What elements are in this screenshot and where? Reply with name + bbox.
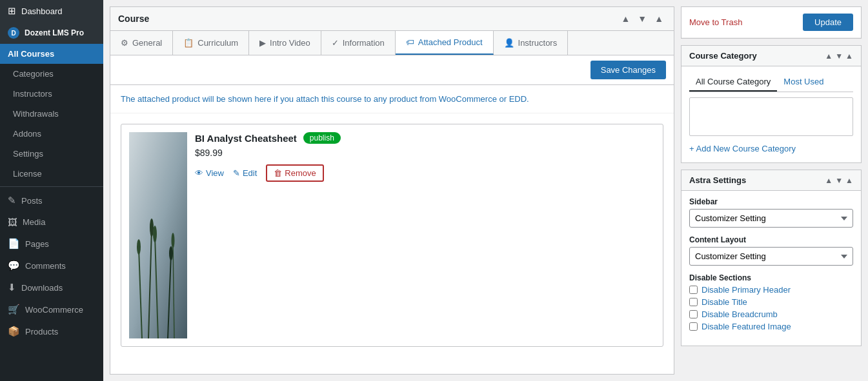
content-layout-select[interactable]: Customizer Setting: [689, 247, 853, 266]
cat-tab-all[interactable]: All Course Category: [689, 73, 777, 92]
tab-instructors[interactable]: 👤 Instructors: [494, 31, 569, 55]
addons-label: Addons: [8, 129, 41, 139]
sidebar-item-withdrawals[interactable]: Withdrawals: [0, 104, 103, 124]
products-icon: 📦: [8, 326, 20, 337]
disable-featured-image-label[interactable]: Disable Featured Image: [701, 322, 791, 331]
course-category-expand[interactable]: ▲: [845, 52, 853, 61]
sidebar-item-all-courses[interactable]: All Courses: [0, 44, 103, 64]
sidebar-item-settings[interactable]: Settings: [0, 144, 103, 164]
publish-widget: Move to Trash Update: [681, 6, 862, 39]
product-actions: 👁 View ✎ Edit 🗑 Remove: [195, 164, 655, 182]
dashboard-icon: ⊞: [8, 5, 16, 17]
edit-product-link[interactable]: ✎ Edit: [233, 168, 257, 178]
instructors-tab-icon: 👤: [504, 38, 514, 48]
disable-title-checkbox[interactable]: [689, 298, 698, 306]
sidebar: ⊞ Dashboard D Dozent LMS Pro All Courses…: [0, 0, 103, 381]
trash-icon: 🗑: [274, 168, 282, 178]
curriculum-tab-icon: 📋: [183, 38, 194, 48]
disable-title-label[interactable]: Disable Title: [701, 297, 747, 307]
product-image-svg: [129, 132, 187, 338]
remove-product-button[interactable]: 🗑 Remove: [266, 164, 323, 182]
save-changes-button[interactable]: Save Changes: [590, 61, 666, 79]
general-tab-icon: ⚙: [121, 38, 128, 48]
course-category-title: Course Category: [689, 51, 757, 61]
general-tab-label: General: [132, 38, 162, 48]
category-tabs: All Course Category Most Used: [689, 73, 853, 92]
sidebar-item-license[interactable]: License: [0, 164, 103, 184]
disable-featured-image-checkbox[interactable]: [689, 322, 698, 331]
move-to-trash-link[interactable]: Move to Trash: [689, 17, 742, 27]
astra-expand[interactable]: ▲: [845, 176, 853, 185]
content-layout-label: Content Layout: [689, 235, 853, 244]
astra-collapse-up[interactable]: ▲: [825, 176, 833, 185]
category-list: [689, 97, 853, 136]
sidebar-item-categories[interactable]: Categories: [0, 64, 103, 84]
course-panel: Course ▲ ▼ ▲ ⚙ General 📋 Curriculum: [110, 6, 674, 375]
sidebar-brand-label: Dozent LMS Pro: [25, 28, 84, 37]
svg-point-8: [153, 226, 157, 242]
sidebar-item-dashboard[interactable]: ⊞ Dashboard: [0, 0, 103, 22]
media-label: Media: [23, 217, 45, 227]
sidebar-item-posts[interactable]: ✎ Posts: [0, 190, 103, 211]
panel-collapse-down-btn[interactable]: ▼: [635, 12, 649, 25]
sidebar-select[interactable]: Customizer Setting: [689, 209, 853, 228]
course-category-collapse-up[interactable]: ▲: [825, 52, 833, 61]
downloads-icon: ⬇: [8, 282, 16, 293]
tab-attached-product[interactable]: 🏷 Attached Product: [396, 31, 494, 55]
course-category-body: All Course Category Most Used + Add New …: [681, 66, 861, 162]
posts-icon: ✎: [8, 195, 16, 206]
svg-rect-0: [129, 132, 187, 338]
astra-settings-body: Sidebar Customizer Setting Content Layou…: [681, 191, 861, 346]
pages-label: Pages: [25, 239, 49, 249]
publish-actions: Move to Trash Update: [681, 7, 861, 38]
course-panel-title: Course: [118, 14, 149, 24]
content-layout-form-row: Content Layout Customizer Setting: [689, 235, 853, 266]
cat-tab-most-used[interactable]: Most Used: [777, 73, 830, 92]
settings-label: Settings: [8, 149, 43, 159]
sidebar-item-media[interactable]: 🖼 Media: [0, 211, 103, 233]
view-product-link[interactable]: 👁 View: [195, 168, 224, 178]
add-new-category-link[interactable]: + Add New Course Category: [689, 141, 853, 156]
sidebar-brand[interactable]: D Dozent LMS Pro: [0, 22, 103, 44]
sidebar-item-comments[interactable]: 💬 Comments: [0, 255, 103, 277]
disable-primary-header-checkbox[interactable]: [689, 286, 698, 294]
disable-breadcrumb-label[interactable]: Disable Breadcrumb: [701, 309, 778, 319]
curriculum-tab-label: Curriculum: [197, 38, 238, 48]
sidebar-form-row: Sidebar Customizer Setting: [689, 197, 853, 228]
product-name-row: BI Analyst Cheatsheet publish: [195, 132, 655, 144]
intro-video-tab-label: Intro Video: [270, 38, 310, 48]
sidebar-item-instructors[interactable]: Instructors: [0, 84, 103, 104]
tab-information[interactable]: ✓ Information: [321, 31, 396, 55]
pages-icon: 📄: [8, 238, 20, 249]
sidebar-item-downloads[interactable]: ⬇ Downloads: [0, 277, 103, 298]
course-category-header: Course Category ▲ ▼ ▲: [681, 46, 861, 66]
sidebar-item-woocommerce[interactable]: 🛒 WooCommerce: [0, 298, 103, 320]
course-body: Save Changes The attached product will b…: [110, 55, 674, 374]
tab-intro-video[interactable]: ▶ Intro Video: [249, 31, 321, 55]
panel-collapse-up-btn[interactable]: ▲: [618, 12, 632, 25]
media-icon: 🖼: [8, 217, 17, 228]
sidebar-item-pages[interactable]: 📄 Pages: [0, 233, 103, 255]
comments-label: Comments: [25, 261, 66, 271]
course-category-collapse-down[interactable]: ▼: [835, 52, 843, 61]
disable-primary-header-row: Disable Primary Header: [689, 285, 853, 295]
sidebar-item-addons[interactable]: Addons: [0, 124, 103, 144]
disable-primary-header-label[interactable]: Disable Primary Header: [701, 285, 791, 295]
sidebar-item-products[interactable]: 📦 Products: [0, 320, 103, 342]
products-label: Products: [25, 327, 58, 337]
panel-expand-btn[interactable]: ▲: [652, 12, 666, 25]
edit-label: Edit: [243, 168, 257, 178]
edit-icon: ✎: [233, 168, 240, 178]
attached-product-tab-label: Attached Product: [418, 37, 483, 47]
sidebar-item-label: Dashboard: [21, 6, 63, 16]
update-button[interactable]: Update: [803, 14, 853, 31]
disable-breadcrumb-checkbox[interactable]: [689, 310, 698, 318]
disable-sections-label: Disable Sections: [689, 273, 853, 282]
product-card: BI Analyst Cheatsheet publish $89.99 👁 V…: [121, 124, 663, 347]
instructors-label: Instructors: [8, 89, 52, 99]
withdrawals-label: Withdrawals: [8, 109, 59, 119]
astra-collapse-down[interactable]: ▼: [835, 176, 843, 185]
product-info: BI Analyst Cheatsheet publish $89.99 👁 V…: [195, 132, 655, 182]
tab-general[interactable]: ⚙ General: [110, 31, 173, 55]
tab-curriculum[interactable]: 📋 Curriculum: [173, 31, 249, 55]
